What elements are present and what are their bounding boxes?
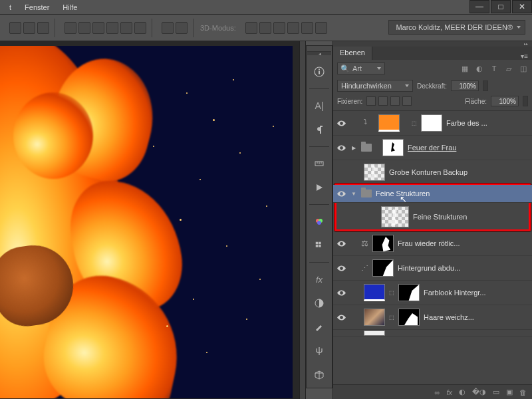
layer-row[interactable]: ⋰ Hintergrund abdu... — [333, 256, 532, 281]
adjustments-icon[interactable] — [312, 296, 327, 311]
mask-link-icon[interactable]: ⬚ — [389, 290, 394, 296]
filter-type-icon[interactable]: T — [489, 64, 499, 73]
visibility-toggle[interactable] — [336, 238, 346, 249]
layer-row[interactable]: ⚖ Frau wieder rötlic... — [333, 231, 532, 256]
layer-row[interactable]: ⬚ Haare weichz... — [333, 305, 532, 330]
layer-kind-filter[interactable]: 🔍 Art — [337, 63, 385, 74]
opacity-value[interactable]: 100% — [451, 80, 479, 91]
opt-distribute-5[interactable] — [120, 22, 132, 34]
fx-icon[interactable]: fx — [446, 388, 452, 396]
3d-icon-2[interactable] — [259, 22, 271, 34]
layer-name[interactable]: Frau wieder rötlic... — [398, 239, 529, 247]
filter-smart-icon[interactable]: ◫ — [519, 64, 528, 73]
blend-mode-select[interactable]: Hindurchwirken — [337, 80, 413, 92]
lock-transparency[interactable] — [366, 96, 376, 106]
lock-position[interactable] — [390, 96, 400, 106]
new-layer-icon[interactable]: ▣ — [506, 388, 513, 396]
mask-link-icon[interactable]: ⬚ — [412, 120, 417, 126]
panel-menu-icon[interactable]: ▾≡ — [517, 53, 532, 60]
paragraph-icon[interactable] — [312, 122, 327, 137]
menu-item-t[interactable]: t — [3, 2, 18, 13]
color-icon[interactable] — [312, 214, 327, 229]
layer-row-partial[interactable] — [333, 330, 532, 337]
visibility-toggle[interactable] — [336, 330, 346, 337]
styles-icon[interactable]: fx — [312, 272, 327, 287]
layer-row[interactable]: ⤵ ⬚ Farbe des ... — [333, 111, 532, 136]
disclosure-triangle[interactable]: ▶ — [350, 145, 357, 151]
opt-distribute-3[interactable] — [92, 22, 104, 34]
visibility-toggle[interactable] — [336, 312, 346, 323]
mask-link-icon[interactable]: ⬚ — [389, 315, 394, 321]
adjustment-layer-icon[interactable]: �◑ — [472, 388, 486, 396]
opt-distribute-2[interactable] — [78, 22, 90, 34]
3d-icon-1[interactable] — [245, 22, 257, 34]
layer-mask[interactable] — [398, 284, 420, 301]
visibility-toggle[interactable] — [336, 118, 346, 128]
opt-space-1[interactable] — [162, 22, 174, 34]
info-icon[interactable] — [312, 65, 327, 79]
layer-name[interactable]: Feuer der Frau — [408, 144, 529, 152]
menu-item-hilfe[interactable]: Hilfe — [56, 2, 84, 13]
opt-distribute-1[interactable] — [65, 22, 76, 34]
lock-pixels[interactable] — [378, 96, 388, 106]
brushes-icon[interactable] — [312, 320, 327, 334]
3d-icon-4[interactable] — [287, 22, 299, 34]
layer-name[interactable]: Farbe des ... — [446, 119, 529, 127]
panel-divider[interactable] — [299, 41, 306, 399]
3d-icon-3[interactable] — [273, 22, 285, 34]
panel-collapse-handle[interactable] — [333, 41, 532, 47]
opt-align-2[interactable] — [23, 22, 35, 34]
layer-row[interactable]: ⬚ Farblook Hintergr... — [333, 281, 532, 305]
play-icon[interactable] — [312, 180, 327, 195]
3d-icon-5[interactable] — [301, 22, 313, 34]
filter-image-icon[interactable]: ▦ — [460, 64, 469, 73]
tab-ebenen[interactable]: Ebenen — [333, 47, 372, 60]
link-layers-icon[interactable]: ∞ — [435, 388, 440, 396]
layer-name[interactable]: Hintergrund abdu... — [398, 264, 529, 272]
layer-name[interactable]: Haare weichz... — [424, 313, 529, 321]
mask-icon[interactable]: ◐ — [459, 388, 466, 396]
opacity-scrubber[interactable] — [483, 80, 488, 91]
3d-icon-6[interactable] — [315, 22, 327, 34]
layer-row[interactable]: ● Grobe Konturen Backup — [333, 160, 532, 185]
opt-distribute-6[interactable] — [134, 22, 146, 34]
visibility-toggle[interactable] — [336, 263, 346, 273]
layer-name[interactable]: Feine Strukturen — [376, 190, 529, 198]
maximize-button[interactable]: □ — [491, 0, 511, 13]
trash-icon[interactable]: 🗑 — [519, 388, 527, 396]
workspace-selector[interactable]: Marco Kolditz, MEER DER IDEEN® — [388, 20, 525, 35]
fill-value[interactable]: 100% — [491, 96, 519, 106]
opt-align-1[interactable] — [9, 22, 21, 34]
minimize-button[interactable]: — — [469, 0, 489, 13]
visibility-toggle[interactable] — [336, 142, 346, 153]
visibility-toggle[interactable]: ● — [336, 167, 346, 178]
filter-adjust-icon[interactable]: ◐ — [475, 64, 484, 73]
opt-space-2[interactable] — [176, 22, 188, 34]
menu-item-fenster[interactable]: Fenster — [18, 2, 56, 13]
disclosure-triangle[interactable]: ▼ — [350, 191, 357, 197]
layer-mask[interactable] — [421, 114, 442, 132]
close-button[interactable]: ✕ — [512, 0, 532, 13]
group-icon[interactable]: ▭ — [493, 388, 499, 396]
lock-all[interactable] — [402, 96, 412, 106]
threed-panel-icon[interactable] — [312, 368, 327, 382]
layer-row[interactable]: ▶ Feuer der Frau — [333, 136, 532, 160]
layer-mask[interactable] — [382, 139, 404, 156]
fill-scrubber[interactable] — [523, 96, 528, 106]
visibility-toggle[interactable] — [336, 287, 346, 298]
layer-name[interactable]: Farblook Hintergr... — [424, 289, 529, 297]
trident-icon[interactable] — [312, 344, 327, 358]
document-canvas[interactable] — [0, 46, 293, 398]
layer-name[interactable]: Feine Strukturen — [413, 213, 529, 221]
layer-mask[interactable] — [398, 309, 420, 326]
filter-shape-icon[interactable]: ▱ — [504, 64, 513, 73]
layer-name[interactable]: Grobe Konturen Backup — [389, 168, 529, 176]
ruler-icon[interactable] — [312, 156, 327, 171]
layer-row[interactable]: ● Feine Strukturen — [333, 203, 532, 231]
layer-row-selected[interactable]: ▼ Feine Strukturen ↖ — [333, 185, 532, 203]
swatches-icon[interactable] — [312, 238, 327, 253]
opt-align-3[interactable] — [37, 22, 49, 34]
opt-distribute-4[interactable] — [106, 22, 118, 34]
visibility-toggle[interactable] — [336, 188, 346, 199]
dock-collapse-handle[interactable] — [307, 51, 331, 55]
